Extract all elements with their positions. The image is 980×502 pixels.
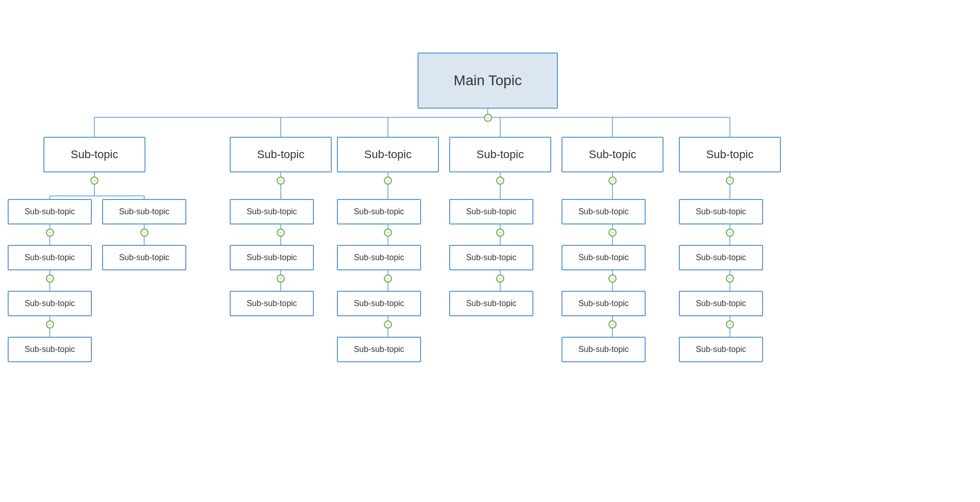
main-topic-node[interactable]: Main Topic	[418, 53, 558, 109]
sst-node[interactable]: Sub-sub-topic	[8, 245, 92, 270]
sst-node[interactable]: Sub-sub-topic	[102, 245, 186, 270]
sst-node[interactable]: Sub-sub-topic	[337, 199, 421, 224]
subtopic-collapse-btn-4[interactable]: −	[608, 177, 617, 185]
subtopic-node-4[interactable]: Sub-topic	[561, 137, 664, 172]
sst-collapse[interactable]: −	[277, 274, 285, 283]
sst-node[interactable]: Sub-sub-topic	[679, 337, 763, 362]
sst-node[interactable]: Sub-sub-topic	[230, 245, 314, 270]
sst-collapse[interactable]: −	[726, 229, 734, 237]
sst-collapse[interactable]: −	[277, 229, 285, 237]
subtopic-node-2[interactable]: Sub-topic	[337, 137, 439, 172]
subtopic-collapse-btn-3[interactable]: −	[496, 177, 504, 185]
sst-collapse[interactable]: −	[726, 274, 734, 283]
sst-node[interactable]: Sub-sub-topic	[8, 291, 92, 316]
subtopic-collapse-btn-5[interactable]: −	[726, 177, 734, 185]
subtopic-collapse-btn-1[interactable]: −	[277, 177, 285, 185]
sst-collapse[interactable]: −	[384, 229, 392, 237]
sst-node[interactable]: Sub-sub-topic	[561, 337, 646, 362]
sst-node[interactable]: Sub-sub-topic	[561, 291, 646, 316]
sst-collapse[interactable]: −	[608, 274, 617, 283]
sst-node[interactable]: Sub-sub-topic	[337, 337, 421, 362]
subtopic-collapse-btn-0[interactable]: −	[90, 177, 99, 185]
sst-node[interactable]: Sub-sub-topic	[449, 199, 533, 224]
sst-node[interactable]: Sub-sub-topic	[8, 199, 92, 224]
sst-node[interactable]: Sub-sub-topic	[102, 199, 186, 224]
sst-collapse[interactable]: −	[726, 320, 734, 329]
sst-node[interactable]: Sub-sub-topic	[449, 291, 533, 316]
subtopic-node-1[interactable]: Sub-topic	[230, 137, 332, 172]
sst-node[interactable]: Sub-sub-topic	[679, 291, 763, 316]
sst-node[interactable]: Sub-sub-topic	[561, 245, 646, 270]
sst-node[interactable]: Sub-sub-topic	[8, 337, 92, 362]
sst-collapse[interactable]: −	[384, 320, 392, 329]
sst-collapse[interactable]: −	[496, 274, 504, 283]
sst-collapse[interactable]: −	[384, 274, 392, 283]
sst-node[interactable]: Sub-sub-topic	[230, 291, 314, 316]
sst-node[interactable]: Sub-sub-topic	[449, 245, 533, 270]
sst-node[interactable]: Sub-sub-topic	[230, 199, 314, 224]
sst-collapse[interactable]: −	[496, 229, 504, 237]
main-collapse-btn[interactable]: −	[484, 114, 492, 122]
subtopic-collapse-btn-2[interactable]: −	[384, 177, 392, 185]
subtopic-node-3[interactable]: Sub-topic	[449, 137, 551, 172]
sst-collapse[interactable]: −	[46, 229, 54, 237]
sst-collapse[interactable]: −	[140, 229, 149, 237]
sst-collapse[interactable]: −	[46, 274, 54, 283]
sst-collapse[interactable]: −	[608, 320, 617, 329]
sst-collapse[interactable]: −	[608, 229, 617, 237]
sst-node[interactable]: Sub-sub-topic	[679, 245, 763, 270]
sst-collapse[interactable]: −	[46, 320, 54, 329]
subtopic-node-0[interactable]: Sub-topic	[43, 137, 145, 172]
diagram-container: Main Topic−Sub-topic−Sub-topic−Sub-topic…	[0, 0, 980, 502]
subtopic-node-5[interactable]: Sub-topic	[679, 137, 781, 172]
sst-node[interactable]: Sub-sub-topic	[337, 291, 421, 316]
sst-node[interactable]: Sub-sub-topic	[679, 199, 763, 224]
sst-node[interactable]: Sub-sub-topic	[561, 199, 646, 224]
sst-node[interactable]: Sub-sub-topic	[337, 245, 421, 270]
